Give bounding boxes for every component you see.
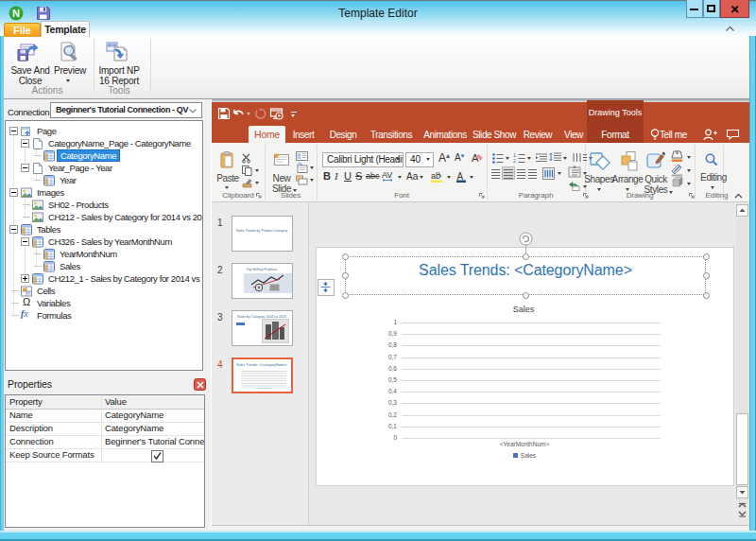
svg-text:2: 2 [513, 158, 516, 164]
svg-text:Sales Trends by Product Catego: Sales Trends by Product Category [236, 229, 288, 233]
svg-text:AV: AV [382, 170, 392, 180]
svg-text:A: A [457, 171, 464, 182]
svg-text:Sales Trends: <CategoryName>: Sales Trends: <CategoryName> [236, 363, 288, 367]
svg-text:<YearMonthNum>: <YearMonthNum> [253, 387, 273, 390]
svg-text:N: N [12, 8, 20, 19]
svg-text:Top Selling Products: Top Selling Products [247, 268, 278, 271]
